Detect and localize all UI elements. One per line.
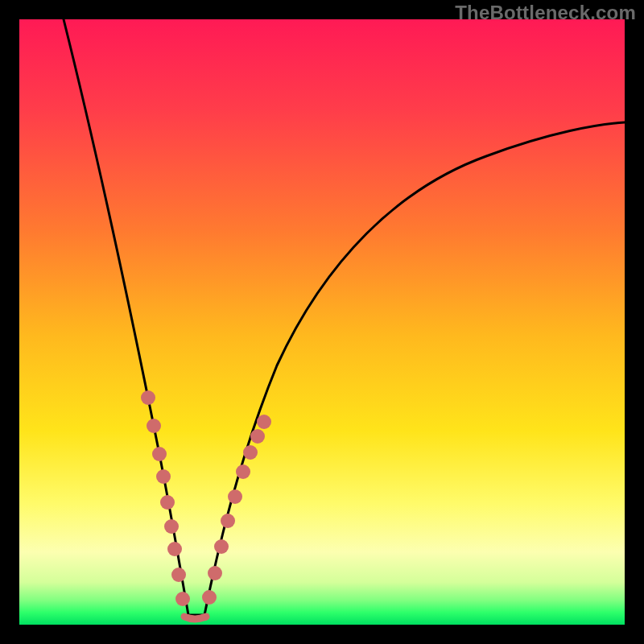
svg-point-5: [164, 519, 179, 534]
svg-point-6: [167, 542, 182, 556]
svg-point-9: [202, 590, 217, 605]
curve-trough: [184, 617, 206, 619]
bottleneck-curve: [19, 19, 625, 625]
svg-point-3: [156, 469, 171, 484]
svg-point-8: [175, 592, 190, 606]
svg-point-2: [152, 447, 167, 461]
svg-point-4: [160, 495, 175, 510]
marker-cluster-right: [202, 415, 271, 605]
svg-point-13: [228, 489, 242, 504]
svg-point-10: [208, 566, 222, 580]
curve-path: [64, 19, 625, 615]
marker-cluster-left: [141, 390, 190, 606]
svg-point-17: [257, 415, 271, 429]
svg-point-0: [141, 390, 155, 405]
svg-point-15: [243, 445, 258, 460]
watermark-text: TheBottleneck.com: [455, 2, 636, 24]
svg-point-12: [221, 514, 235, 528]
svg-point-14: [236, 464, 250, 479]
svg-point-7: [171, 568, 186, 582]
chart-frame: TheBottleneck.com: [0, 0, 644, 644]
svg-point-11: [214, 539, 229, 554]
svg-point-16: [250, 429, 265, 444]
svg-point-1: [147, 419, 161, 433]
plot-area: [19, 19, 625, 625]
